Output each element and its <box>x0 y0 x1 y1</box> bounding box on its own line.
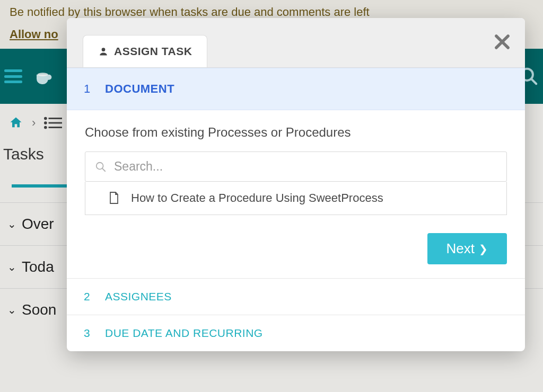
step-1-number: 1 <box>84 82 91 96</box>
step-2-label: ASSIGNEES <box>105 290 172 303</box>
close-icon[interactable] <box>492 32 512 52</box>
document-icon <box>109 192 119 204</box>
search-result-item[interactable]: How to Create a Procedure Using SweetPro… <box>85 182 507 215</box>
step-document[interactable]: 1 DOCUMENT <box>67 68 525 110</box>
assign-task-modal: ASSIGN TASK 1 DOCUMENT Choose from exist… <box>67 18 525 351</box>
step-assignees[interactable]: 2 ASSIGNEES <box>67 278 525 315</box>
step-due-date[interactable]: 3 DUE DATE AND RECURRING <box>67 315 525 351</box>
step-instruction: Choose from existing Processes or Proced… <box>85 125 507 140</box>
step-body: Choose from existing Processes or Proced… <box>67 110 525 278</box>
search-input[interactable] <box>114 159 497 174</box>
modal-tab-label: ASSIGN TASK <box>114 45 192 58</box>
svg-line-13 <box>102 168 106 171</box>
modal-header: ASSIGN TASK <box>67 18 525 68</box>
step-3-number: 3 <box>84 327 91 340</box>
person-icon <box>98 46 109 57</box>
search-icon <box>95 161 107 173</box>
step-1-label: DOCUMENT <box>105 82 174 96</box>
step-3-label: DUE DATE AND RECURRING <box>105 327 263 340</box>
step-2-number: 2 <box>84 290 91 303</box>
chevron-right-icon: ❯ <box>479 243 488 255</box>
next-button[interactable]: Next ❯ <box>427 233 507 264</box>
result-item-label: How to Create a Procedure Using SweetPro… <box>131 191 383 205</box>
svg-point-9 <box>102 48 106 51</box>
document-search[interactable] <box>85 152 507 182</box>
next-button-label: Next <box>446 240 475 257</box>
modal-tab: ASSIGN TASK <box>83 35 207 67</box>
